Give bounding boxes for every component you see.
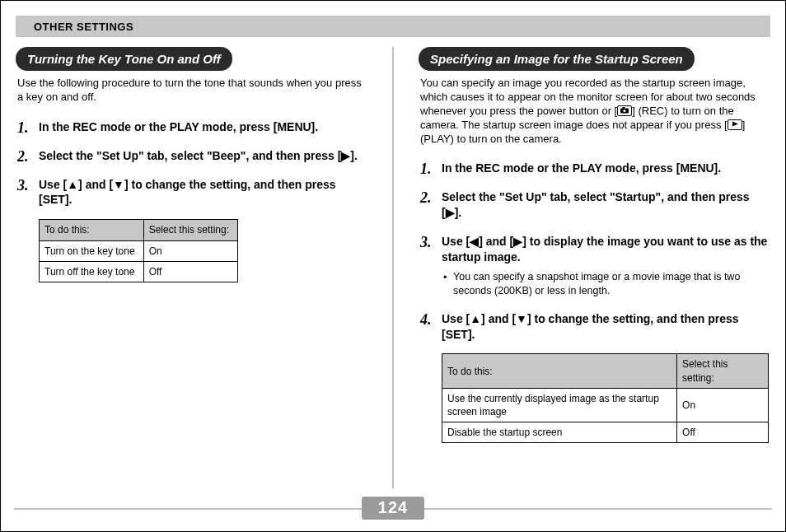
right-column: Specifying an Image for the Startup Scre… [419,47,770,488]
right-step-2: Select the "Set Up" tab, select "Startup… [420,189,769,221]
right-step-3: Use [◀] and [▶] to display the image you… [420,234,769,298]
left-title-pill: Turning the Key Tone On and Off [16,47,232,71]
table-header: To do this: [442,354,677,388]
step-text: Use [▲] and [▼] to change the setting, a… [39,178,336,207]
svg-marker-3 [732,121,738,126]
svg-point-2 [624,110,626,112]
table-cell: Off [677,422,769,443]
table-cell: Turn on the key tone [40,240,144,261]
left-settings-table: To do this: Select this setting: Turn on… [39,219,238,282]
table-cell: On [677,388,769,422]
left-intro: Use the following procedure to turn the … [17,77,366,105]
right-title-pill: Specifying an Image for the Startup Scre… [419,47,695,71]
right-settings-table: To do this: Select this setting: Use the… [442,353,769,443]
right-step-3-note: You can specify a snapshot image or a mo… [442,270,769,298]
table-header: To do this: [40,220,144,240]
left-step-2: Select the "Set Up" tab, select "Beep", … [17,148,366,164]
table-header: Select this setting: [677,354,769,388]
play-icon [728,119,742,130]
table-cell: Off [143,261,237,282]
step-text: Use [◀] and [▶] to display the image you… [442,235,767,264]
step-text: Select the "Set Up" tab, select "Startup… [442,190,750,219]
column-divider [392,47,394,488]
left-steps: In the REC mode or the PLAY mode, press … [17,119,366,282]
table-cell: Use the currently displayed image as the… [442,388,677,422]
page-number: 124 [362,497,424,520]
svg-rect-1 [623,107,625,109]
camera-icon [617,105,632,116]
table-cell: Disable the startup screen [442,422,677,443]
right-intro: You can specify an image you recorded as… [420,77,769,146]
content-columns: Turning the Key Tone On and Off Use the … [16,47,770,488]
table-cell: On [143,240,237,261]
step-text: Select the "Set Up" tab, select "Beep", … [39,149,358,162]
page-number-area: 124 [1,497,785,520]
right-steps: In the REC mode or the PLAY mode, press … [420,161,769,443]
step-text: In the REC mode or the PLAY mode, press … [442,161,721,175]
right-step-1: In the REC mode or the PLAY mode, press … [420,161,769,176]
left-step-3: Use [▲] and [▼] to change the setting, a… [17,177,366,282]
page: OTHER SETTINGS Turning the Key Tone On a… [0,0,786,532]
right-step-4: Use [▲] and [▼] to change the setting, a… [420,311,769,444]
left-column: Turning the Key Tone On and Off Use the … [16,47,367,488]
step-text: In the REC mode or the PLAY mode, press … [39,120,318,133]
section-header: OTHER SETTINGS [16,16,770,37]
table-header: Select this setting: [143,220,237,240]
table-cell: Turn off the key tone [40,261,144,282]
left-step-1: In the REC mode or the PLAY mode, press … [17,119,366,135]
step-text: Use [▲] and [▼] to change the setting, a… [442,312,739,341]
